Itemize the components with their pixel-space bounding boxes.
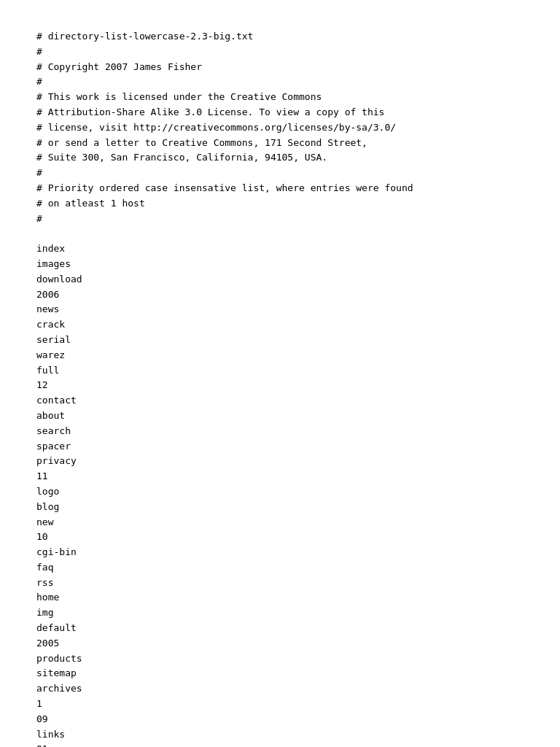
file-content: # directory-list-lowercase-2.3-big.txt #…: [36, 29, 524, 747]
